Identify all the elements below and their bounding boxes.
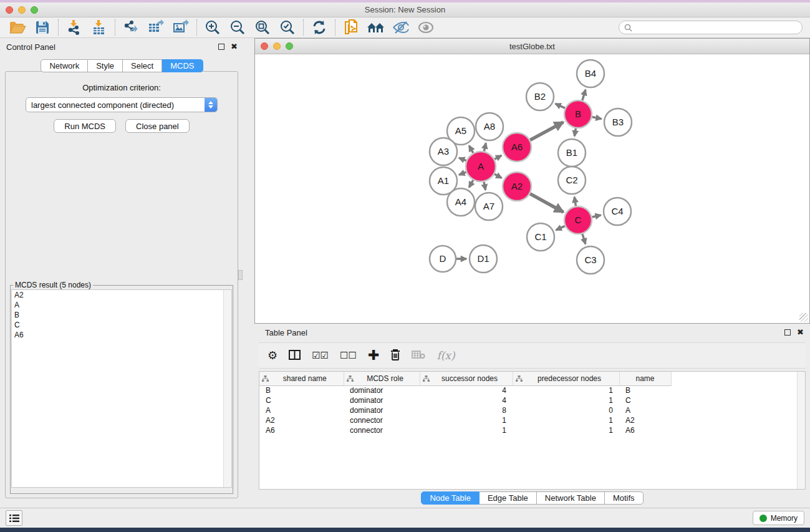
graph-edge-A-A2[interactable] [494,174,502,178]
table-cell[interactable]: C [619,395,671,405]
table-cell[interactable]: A [259,405,344,415]
table-cell[interactable]: connector [344,425,420,435]
col-shared-name[interactable]: shared name [259,372,344,385]
col-name[interactable]: name [619,372,671,385]
close-panel-button[interactable]: Close panel [125,119,190,133]
graph-edge-C-C3[interactable] [582,234,586,244]
select-all-checks-icon[interactable]: ☑☑ [312,351,329,360]
graph-edge-C-C2[interactable] [574,197,576,206]
tab-motifs[interactable]: Motifs [605,491,644,505]
add-column-icon[interactable]: ✚ [368,349,379,362]
graph-edge-A-A8[interactable] [484,143,486,151]
zoom-out-icon[interactable] [225,18,250,37]
table-cell[interactable]: 8 [420,405,513,415]
graph-edge-B-B2[interactable] [556,104,566,108]
table-row[interactable]: Cdominator41C [259,395,671,405]
graph-edge-A-A7[interactable] [484,181,486,190]
table-row[interactable]: Adominator80A [259,405,671,415]
tab-node-table[interactable]: Node Table [421,491,480,505]
col-mcds-role[interactable]: MCDS role [344,372,420,385]
import-table-icon[interactable] [87,18,112,37]
table-cell[interactable]: A6 [259,425,344,435]
task-history-button[interactable] [6,510,22,526]
mcds-result-item[interactable]: A6 [12,330,231,340]
search-field[interactable] [619,21,803,34]
settings-gear-icon[interactable]: ⚙ [268,350,277,361]
col-predecessor-nodes[interactable]: predecessor nodes [513,372,619,385]
run-mcds-button[interactable]: Run MCDS [54,119,116,133]
table-scrollbar[interactable] [797,372,805,489]
table-cell[interactable]: A2 [619,415,671,425]
mcds-result-item[interactable]: A2 [12,290,231,300]
home-layout-icon[interactable] [364,18,388,37]
graph-edge-A-A6[interactable] [494,155,501,159]
table-row[interactable]: A6connector11A6 [259,425,671,435]
close-panel-icon[interactable]: ✖ [231,44,238,50]
graph-edge-B-B3[interactable] [592,117,602,119]
close-table-panel-icon[interactable]: ✖ [797,329,804,336]
graph-edge-B-B1[interactable] [574,128,576,137]
table-cell[interactable]: 1 [420,425,513,435]
column-layout-icon[interactable] [289,350,301,362]
table-row[interactable]: Bdominator41B [259,385,671,395]
delete-column-icon[interactable] [390,349,400,362]
tab-style[interactable]: Style [88,59,123,72]
memory-button[interactable]: Memory [753,511,804,525]
table-cell[interactable]: A6 [619,425,671,435]
table-cell[interactable]: 1 [513,425,619,435]
export-image-icon[interactable] [168,18,193,37]
table-cell[interactable]: 4 [420,395,513,405]
deselect-all-checks-icon[interactable]: ☐☐ [340,351,357,360]
float-panel-icon[interactable] [218,44,224,50]
table-cell[interactable]: B [619,385,671,395]
table-cell[interactable]: connector [344,415,420,425]
optimization-criterion-dropdown[interactable]: largest connected component (directed) [26,97,218,112]
tab-select[interactable]: Select [123,59,162,72]
tab-network-table[interactable]: Network Table [537,491,605,505]
table-cell[interactable]: 4 [420,385,513,395]
split-divider-handle[interactable] [238,270,243,280]
tab-mcds[interactable]: MCDS [162,59,203,72]
zoom-selected-icon[interactable] [275,18,300,37]
zoom-fit-icon[interactable] [250,18,275,37]
table-cell[interactable]: B [259,385,344,395]
mcds-result-item[interactable]: C [12,320,231,330]
save-session-icon[interactable] [30,18,55,37]
tab-network[interactable]: Network [41,59,88,72]
graph-edge-A6-B[interactable] [530,122,563,140]
graph-edge-A-A1[interactable] [459,172,466,175]
mcds-result-item[interactable]: B [12,310,231,320]
refresh-view-icon[interactable] [307,18,332,37]
export-network-icon[interactable] [118,18,143,37]
table-cell[interactable]: dominator [344,395,420,405]
graph-edge-C-C4[interactable] [592,215,600,217]
table-cell[interactable]: 1 [513,395,619,405]
network-canvas[interactable]: B4B2BB3A5A8A6A3B1AC2A1A2A4A7C4CC1DD1C3 [255,54,809,323]
tab-edge-table[interactable]: Edge Table [480,491,537,505]
table-cell[interactable]: 1 [513,385,619,395]
float-table-panel-icon[interactable] [784,329,791,336]
search-input[interactable] [635,23,797,32]
graph-edge-A2-C[interactable] [530,194,563,212]
clone-network-icon[interactable] [339,18,364,37]
graph-edge-A-A4[interactable] [469,180,473,188]
table-cell[interactable]: 0 [513,405,619,415]
table-cell[interactable]: C [259,395,344,405]
graph-edge-C-C1[interactable] [556,226,565,230]
graph-edge-A-A3[interactable] [459,158,466,161]
table-cell[interactable]: 1 [420,415,513,425]
import-network-icon[interactable] [62,18,87,37]
network-window-titlebar[interactable]: testGlobe.txt [255,39,809,54]
table-cell[interactable]: A [619,405,671,415]
table-cell[interactable]: dominator [344,405,420,415]
col-successor-nodes[interactable]: successor nodes [420,372,513,385]
table-cell[interactable]: A2 [259,415,344,425]
export-table-icon[interactable] [143,18,168,37]
hide-panels-icon[interactable] [388,18,413,37]
zoom-in-icon[interactable] [200,18,225,37]
mcds-result-item[interactable]: A [12,300,231,310]
graph-edge-A-A5[interactable] [469,146,473,153]
table-cell[interactable]: dominator [344,385,420,395]
show-panels-icon[interactable] [413,18,438,37]
graph-edge-B-B4[interactable] [582,90,586,100]
